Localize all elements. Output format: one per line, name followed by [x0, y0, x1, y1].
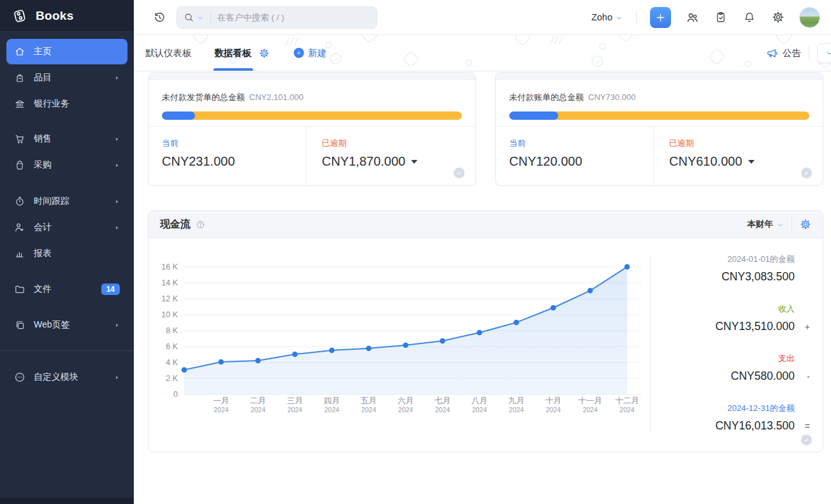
fiscal-period-label: 本财年 [748, 219, 774, 230]
sidebar-item-label: 品目 [34, 72, 52, 83]
header-divider [791, 217, 792, 231]
cash-flow-title: 现金流 [160, 218, 191, 231]
svg-text:2 K: 2 K [166, 374, 178, 383]
svg-text:2024: 2024 [324, 406, 340, 414]
sidebar-item-label: 银行业务 [34, 98, 69, 110]
organization-dropdown[interactable]: Zoho [591, 12, 623, 22]
sidebar-item-home[interactable]: 主页 [6, 39, 127, 64]
users-icon [686, 11, 699, 24]
svg-text:8 K: 8 K [166, 326, 178, 335]
chevron-right-icon [114, 136, 120, 143]
svg-text:2024: 2024 [361, 406, 377, 414]
current-column: 当前 CNY120.000 [496, 127, 653, 185]
sidebar-item-time-tracking[interactable]: 时间跟踪 [6, 189, 127, 214]
svg-text:九月: 九月 [509, 396, 524, 405]
user-avatar[interactable] [799, 7, 820, 28]
sidebar-item-accountant[interactable]: 会计 [6, 215, 127, 240]
topbar: Zoho [134, 0, 831, 35]
chevron-right-icon [114, 224, 120, 231]
announcements-button[interactable]: 公告 [766, 47, 801, 59]
overdue-label: 已逾期 [669, 138, 823, 149]
tasks-button[interactable] [713, 10, 728, 25]
home-icon [14, 46, 25, 57]
overdue-breakdown-caret-icon[interactable] [748, 160, 755, 164]
svg-text:五月: 五月 [361, 396, 377, 405]
svg-text:2024: 2024 [509, 406, 524, 414]
cash-flow-area-chart: 02 K4 K6 K8 K10 K12 K14 K16 K一月2024二月202… [157, 238, 647, 423]
notifications-button[interactable] [742, 10, 757, 25]
tab-default-dashboard[interactable]: 默认仪表板 [144, 35, 193, 71]
sidebar-divider [0, 350, 134, 351]
sidebar-item-documents[interactable]: 文件 14 [6, 277, 127, 302]
referral-button[interactable] [684, 10, 700, 25]
svg-text:十月: 十月 [546, 396, 561, 405]
documents-count-badge: 14 [101, 284, 120, 295]
chevron-right-icon [114, 162, 120, 169]
global-search[interactable] [177, 6, 377, 29]
plus-circle-icon [294, 48, 304, 58]
sidebar-item-custom-modules[interactable]: 自定义模块 [6, 364, 127, 390]
dashboard-tabs: 默认仪表板 数据看板 新建 [144, 35, 327, 71]
chevron-right-icon [114, 322, 120, 329]
card-header [148, 73, 475, 80]
svg-text:八月: 八月 [472, 396, 488, 405]
svg-text:16 K: 16 K [161, 263, 178, 271]
cash-flow-header: 现金流 本财年 [148, 211, 823, 238]
chevron-right-icon [114, 374, 120, 381]
active-tab-underline [213, 68, 253, 71]
sidebar-item-items[interactable]: 品目 [6, 65, 127, 90]
search-scope-chevron-icon[interactable] [196, 14, 204, 22]
verified-check-icon [801, 435, 812, 445]
outgoing-label: 支出 [652, 353, 795, 364]
cash-flow-body: 02 K4 K6 K8 K10 K12 K14 K16 K一月2024二月202… [148, 238, 823, 452]
dashboard-content: 未付款发货单的总金额 CNY2,101.000 当前 CNY231.000 已逾… [134, 71, 831, 504]
receivables-progress-bar [162, 112, 462, 120]
quick-create-button[interactable] [650, 7, 671, 28]
tab-label: 数据看板 [215, 47, 252, 59]
browser-tabs-icon [14, 319, 25, 331]
sidebar-item-purchases[interactable]: 采购 [6, 152, 127, 178]
sidebar-item-label: 会计 [34, 222, 52, 233]
sidebar-item-label: 自定义模块 [34, 371, 78, 383]
topbar-divider [636, 10, 637, 24]
tab-data-dashboard[interactable]: 数据看板 [213, 35, 253, 71]
equals-operator: = [805, 421, 810, 431]
chevron-down-icon [616, 15, 623, 22]
sidebar-item-web-tabs[interactable]: Web页签 [6, 312, 127, 338]
overdue-amount: CNY1,870.000 [322, 154, 405, 169]
cash-flow-settings-icon[interactable] [800, 219, 811, 230]
opening-balance-label: 2024-01-01的金额 [652, 254, 795, 265]
plus-icon [654, 11, 667, 24]
payables-progress-bar [509, 112, 809, 120]
sidebar-item-reports[interactable]: 报表 [6, 241, 127, 266]
stopwatch-icon [14, 196, 25, 207]
settings-button[interactable] [770, 10, 786, 25]
overdue-breakdown-caret-icon[interactable] [411, 160, 417, 164]
app-logo[interactable]: Books [0, 0, 134, 32]
chevron-down-icon [777, 222, 784, 229]
sidebar-item-label: 报表 [34, 248, 52, 259]
sidebar-item-banking[interactable]: 银行业务 [6, 91, 127, 117]
svg-text:十二月: 十二月 [615, 396, 639, 405]
new-dashboard-label: 新建 [308, 47, 327, 59]
collapse-panel-button[interactable] [817, 43, 831, 63]
tab-bar-divider [809, 46, 809, 60]
overdue-label: 已逾期 [322, 138, 475, 149]
new-dashboard-button[interactable]: 新建 [294, 47, 327, 59]
incoming-value: CNY13,510.000 [652, 319, 795, 334]
app-root: { "app": { "name": "Books" }, "colors": … [0, 0, 831, 504]
current-amount: CNY120.000 [509, 154, 653, 169]
topbar-actions: Zoho [591, 7, 831, 28]
search-input[interactable] [217, 13, 370, 22]
recent-history-button[interactable] [152, 10, 167, 25]
search-divider [210, 11, 211, 24]
help-icon[interactable] [196, 220, 205, 229]
chevron-right-icon [114, 198, 120, 205]
clipboard-check-icon [714, 11, 727, 24]
gear-icon [772, 11, 784, 24]
fiscal-period-dropdown[interactable]: 本财年 [748, 219, 784, 230]
sidebar-item-sales[interactable]: 销售 [6, 126, 127, 152]
dashboard-configure-icon[interactable] [259, 48, 270, 59]
sidebar-item-label: 采购 [34, 159, 52, 171]
svg-text:七月: 七月 [435, 396, 451, 405]
